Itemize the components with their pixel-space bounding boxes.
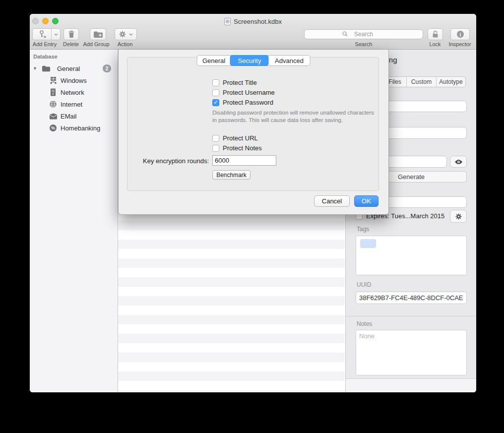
tags-label: Tags [357, 226, 369, 233]
protect-username-row[interactable]: Protect Username [212, 89, 275, 96]
protect-url-checkbox[interactable] [212, 135, 219, 142]
folder-plus-icon [93, 31, 103, 38]
sidebar-item-label: EMail [61, 113, 77, 120]
add-group-button[interactable] [90, 28, 106, 40]
notes-textarea[interactable] [356, 330, 467, 375]
notes-label: Notes [357, 320, 372, 327]
app-window: Screenshot.kdbx Add Entry [30, 14, 476, 392]
add-entry-label: Add Entry [33, 41, 57, 47]
protect-password-checkbox[interactable] [212, 99, 219, 106]
delete-label: Delete [63, 41, 79, 47]
titlebar-toolbar: Screenshot.kdbx Add Entry [30, 14, 476, 50]
expires-settings-button[interactable] [450, 210, 467, 223]
sidebar-item-internet[interactable]: Internet [30, 98, 118, 110]
server-icon [49, 88, 58, 96]
lock-button[interactable] [428, 28, 443, 40]
uuid-label: UUID [357, 281, 371, 288]
folder-icon [42, 64, 51, 72]
sidebar-item-homebanking[interactable]: % Homebanking [30, 122, 118, 134]
sidebar-item-label: Homebanking [61, 124, 100, 132]
add-group-label: Add Group [83, 41, 109, 47]
window-title-text: Screenshot.kdbx [234, 18, 282, 25]
sidebar-item-label: General [57, 65, 80, 72]
protect-notes-row[interactable]: Protect Notes [212, 144, 262, 152]
key-encryption-rounds-label: Key encryption rounds: [133, 157, 209, 165]
lock-open-icon [432, 30, 439, 38]
eye-icon [454, 159, 463, 165]
envelope-icon [49, 112, 58, 120]
settings-group-box [127, 57, 379, 191]
inspector-footer [346, 379, 476, 392]
action-button[interactable] [115, 28, 137, 40]
protect-url-label: Protect URL [223, 134, 258, 142]
info-icon: i [456, 30, 464, 38]
delete-button[interactable] [63, 28, 79, 40]
key-encryption-rounds-input[interactable] [212, 155, 276, 166]
tags-box[interactable] [356, 236, 467, 275]
sidebar-item-windows[interactable]: Windows [30, 74, 118, 86]
search-input[interactable] [304, 29, 423, 39]
trash-icon [68, 30, 75, 38]
sidebar-item-label: Network [61, 89, 84, 96]
action-label: Action [118, 41, 133, 47]
sidebar-item-network[interactable]: Network [30, 86, 118, 98]
windows-network-icon [49, 76, 58, 84]
protect-password-label: Protect Password [223, 99, 273, 106]
protect-title-checkbox[interactable] [212, 79, 219, 86]
lock-label: Lock [429, 41, 441, 47]
inspector-tab-autotype[interactable]: Autotype [436, 77, 465, 87]
add-entry-button[interactable] [32, 28, 61, 40]
reveal-password-button[interactable] [450, 156, 467, 168]
close-window-button[interactable] [32, 18, 39, 24]
protect-password-row[interactable]: Protect Password [212, 99, 273, 106]
protect-username-checkbox[interactable] [212, 89, 219, 96]
sidebar-item-label: Internet [61, 101, 82, 108]
dialog-tab-general[interactable]: General [197, 56, 231, 65]
gear-icon [455, 213, 462, 220]
minimize-window-button[interactable] [42, 18, 49, 24]
benchmark-button[interactable]: Benchmark [212, 170, 251, 180]
cancel-button[interactable]: Cancel [314, 195, 350, 207]
tag-chip[interactable] [360, 239, 376, 248]
globe-icon [49, 100, 58, 108]
window-title: Screenshot.kdbx [224, 18, 282, 25]
protect-title-label: Protect Title [223, 79, 257, 86]
search-field-wrap [304, 29, 423, 39]
divider [346, 316, 476, 316]
document-icon [224, 18, 231, 25]
protect-username-label: Protect Username [223, 89, 275, 96]
ok-button[interactable]: OK [354, 195, 378, 207]
add-entry-dropdown[interactable] [51, 29, 60, 40]
database-settings-dialog: General Security Advanced Protect Title … [118, 50, 389, 215]
protect-url-row[interactable]: Protect URL [212, 134, 258, 142]
sidebar-header: Database [33, 54, 58, 60]
zoom-window-button[interactable] [52, 18, 59, 24]
dialog-tabs: General Security Advanced [197, 55, 311, 66]
count-badge: 2 [103, 64, 111, 72]
key-plus-icon [33, 30, 51, 39]
percent-icon: % [49, 124, 58, 132]
protect-notes-checkbox[interactable] [212, 145, 219, 152]
sidebar: Database ▼ General 2 Windows [30, 50, 118, 392]
dialog-tab-security[interactable]: Security [231, 56, 268, 65]
svg-text:%: % [51, 125, 55, 130]
inspector-label: Inspector [448, 41, 471, 47]
sidebar-item-label: Windows [61, 77, 87, 84]
screen: Screenshot.kdbx Add Entry [0, 0, 504, 433]
dialog-tab-advanced[interactable]: Advanced [268, 56, 310, 65]
sidebar-item-general[interactable]: ▼ General 2 [30, 62, 118, 74]
svg-text:i: i [459, 32, 461, 37]
chevron-down-icon [54, 33, 58, 36]
search-label: Search [355, 41, 373, 47]
inspector-tab-custom[interactable]: Custom [406, 77, 436, 87]
uuid-field[interactable] [356, 292, 467, 304]
disclosure-triangle-icon[interactable]: ▼ [33, 66, 37, 71]
protect-notes-label: Protect Notes [223, 144, 262, 152]
content-area: Database ▼ General 2 Windows [30, 50, 476, 392]
protect-title-row[interactable]: Protect Title [212, 79, 257, 86]
chevron-down-icon [129, 33, 133, 36]
inspector-button[interactable]: i [450, 28, 470, 40]
password-protection-warning: Disabling password protection will remov… [212, 109, 379, 124]
sidebar-item-email[interactable]: EMail [30, 110, 118, 122]
gear-icon [119, 30, 126, 38]
